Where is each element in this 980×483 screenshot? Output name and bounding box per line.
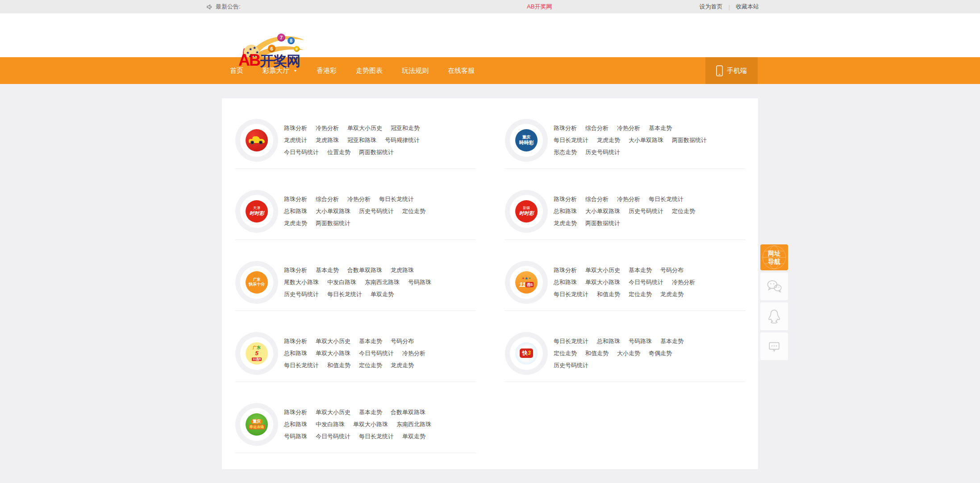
game-link[interactable]: 每日长龙统计	[359, 430, 394, 442]
game-link[interactable]: 冷热分析	[316, 122, 339, 134]
game-link[interactable]: 冷热分析	[347, 193, 371, 205]
game-link[interactable]: 大小走势	[617, 347, 640, 359]
wechat-button[interactable]	[760, 273, 788, 300]
game-link[interactable]: 单双大小历史	[316, 406, 350, 418]
game-link[interactable]: 总和路珠	[284, 347, 307, 359]
game-link[interactable]: 合数单双路珠	[391, 406, 425, 418]
game-link[interactable]: 基本走势	[660, 335, 684, 347]
game-link[interactable]: 定位走势	[402, 205, 425, 217]
game-link[interactable]: 历史号码统计	[554, 359, 588, 371]
game-link[interactable]: 冷热分析	[617, 122, 640, 134]
nav-item-4[interactable]: 走势图表	[356, 67, 383, 75]
game-link[interactable]: 每日长龙统计	[327, 288, 362, 300]
game-link[interactable]: 总和路珠	[554, 205, 577, 217]
game-link[interactable]: 龙虎走势	[597, 134, 620, 146]
game-link[interactable]: 号码分布	[660, 264, 684, 276]
game-link[interactable]: 单双大小路珠	[316, 347, 350, 359]
game-link[interactable]: 总和路珠	[284, 205, 307, 217]
game-link[interactable]: 两面数据统计	[585, 217, 620, 229]
game-link[interactable]: 单双大小历史	[347, 122, 382, 134]
game-link[interactable]: 两面数据统计	[316, 217, 350, 229]
11xuan5-logo[interactable]: ★★★11选5	[505, 261, 548, 304]
game-link[interactable]: 路珠分析	[554, 193, 577, 205]
game-link[interactable]: 号码路珠	[408, 276, 431, 288]
game-link[interactable]: 总和路珠	[284, 418, 307, 430]
game-link[interactable]: 每日长龙统计	[649, 193, 684, 205]
game-link[interactable]: 路珠分析	[554, 264, 577, 276]
game-link[interactable]: 和值走势	[597, 288, 620, 300]
game-link[interactable]: 每日长龙统计	[554, 288, 588, 300]
set-homepage-link[interactable]: 设为首页	[700, 3, 723, 11]
game-link[interactable]: 单双大小历史	[316, 335, 350, 347]
game-link[interactable]: 基本走势	[359, 335, 382, 347]
game-link[interactable]: 形态走势	[554, 146, 577, 158]
game-link[interactable]: 冷热分析	[402, 347, 425, 359]
nav-item-5[interactable]: 玩法规则	[402, 67, 429, 75]
game-link[interactable]: 号码路珠	[629, 335, 652, 347]
game-link[interactable]: 路珠分析	[284, 264, 307, 276]
site-logo[interactable]: ★★★ ★★★ 7869 AB 开奖网	[237, 31, 308, 66]
game-link[interactable]: 号码路珠	[284, 430, 307, 442]
game-link[interactable]: 单双走势	[371, 288, 394, 300]
game-link[interactable]: 单双大小路珠	[353, 418, 388, 430]
game-link[interactable]: 历史号码统计	[284, 288, 319, 300]
game-link[interactable]: 和值走势	[585, 347, 609, 359]
game-link[interactable]: 中发白路珠	[327, 276, 356, 288]
game-link[interactable]: 今日号码统计	[284, 146, 319, 158]
game-link[interactable]: 大小单双路珠	[316, 205, 350, 217]
game-link[interactable]: 路珠分析	[554, 122, 577, 134]
game-link[interactable]: 路珠分析	[284, 193, 307, 205]
game-link[interactable]: 位置走势	[327, 146, 350, 158]
game-link[interactable]: 冠亚和路珠	[347, 134, 376, 146]
game-link[interactable]: 综合分析	[316, 193, 339, 205]
game-link[interactable]: 东南西北路珠	[365, 276, 400, 288]
bookmark-site-link[interactable]: 收藏本站	[736, 3, 759, 11]
game-link[interactable]: 定位走势	[629, 288, 652, 300]
gd-klsf-logo[interactable]: 广东快乐十分	[235, 261, 278, 304]
game-link[interactable]: 基本走势	[649, 122, 672, 134]
game-link[interactable]: 两面数据统计	[672, 134, 707, 146]
qq-button[interactable]	[760, 302, 788, 330]
game-link[interactable]: 定位走势	[554, 347, 577, 359]
game-link[interactable]: 大小单双路珠	[629, 134, 663, 146]
nav-item-6[interactable]: 在线客服	[448, 67, 475, 75]
game-link[interactable]: 每日长龙统计	[379, 193, 414, 205]
game-link[interactable]: 总和路珠	[554, 276, 577, 288]
game-link[interactable]: 每日长龙统计	[554, 134, 588, 146]
game-link[interactable]: 龙虎走势	[660, 288, 684, 300]
game-link[interactable]: 单双大小路珠	[585, 276, 620, 288]
game-link[interactable]: 基本走势	[316, 264, 339, 276]
game-link[interactable]: 冠亚和走势	[391, 122, 420, 134]
game-link[interactable]: 冷热分析	[617, 193, 640, 205]
game-link[interactable]: 基本走势	[629, 264, 652, 276]
game-link[interactable]: 中发白路珠	[316, 418, 345, 430]
game-link[interactable]: 综合分析	[585, 193, 609, 205]
game-link[interactable]: 定位走势	[359, 359, 382, 371]
game-link[interactable]: 和值走势	[327, 359, 350, 371]
cqssc-logo[interactable]: 重庆時時彩	[505, 119, 548, 162]
nav-item-3[interactable]: 香港彩	[317, 67, 337, 75]
game-link[interactable]: 路珠分析	[284, 122, 307, 134]
game-link[interactable]: 今日号码统计	[316, 430, 350, 442]
game-link[interactable]: 大小单双路珠	[585, 205, 620, 217]
game-link[interactable]: 定位走势	[672, 205, 695, 217]
game-link[interactable]: 路珠分析	[284, 335, 307, 347]
game-link[interactable]: 龙虎走势	[284, 217, 307, 229]
game-link[interactable]: 历史号码统计	[359, 205, 394, 217]
game-link[interactable]: 今日号码统计	[359, 347, 394, 359]
cq-xync-logo[interactable]: 重庆幸运农场	[235, 403, 278, 446]
game-link[interactable]: 奇偶走势	[649, 347, 672, 359]
gd-11xuan5-logo[interactable]: 广东511选5	[235, 332, 278, 375]
mobile-version-button[interactable]: 手机端	[705, 57, 758, 84]
game-link[interactable]: 龙虎统计	[284, 134, 307, 146]
game-link[interactable]: 总和路珠	[597, 335, 620, 347]
announcement-site-name[interactable]: AB开奖网	[527, 0, 552, 13]
game-link[interactable]: 尾数大小路珠	[284, 276, 319, 288]
game-link[interactable]: 今日号码统计	[629, 276, 663, 288]
game-link[interactable]: 历史号码统计	[585, 146, 620, 158]
game-link[interactable]: 综合分析	[585, 122, 609, 134]
game-link[interactable]: 东南西北路珠	[396, 418, 431, 430]
game-link[interactable]: 龙虎走势	[554, 217, 577, 229]
pk10-racing-logo[interactable]	[235, 119, 278, 162]
game-link[interactable]: 两面数据统计	[359, 146, 394, 158]
